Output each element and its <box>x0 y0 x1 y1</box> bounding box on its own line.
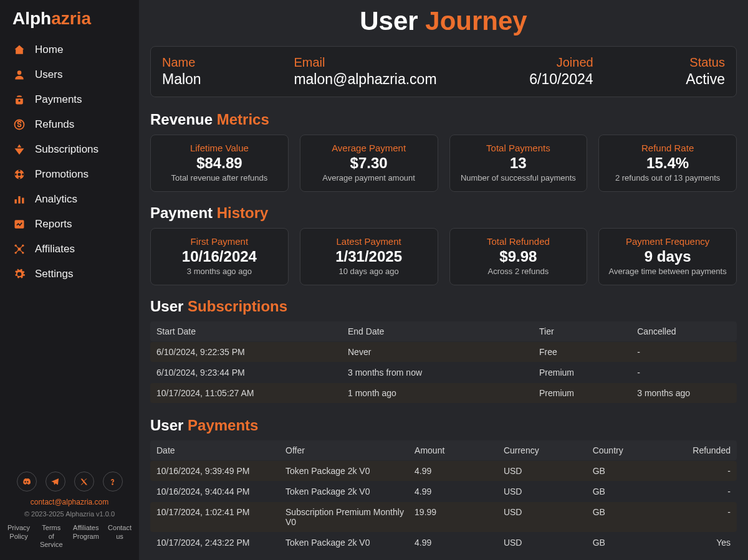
svg-point-3 <box>18 173 21 176</box>
users-icon <box>12 68 26 82</box>
svg-point-4 <box>18 170 20 172</box>
sidebar-item-label: Home <box>35 44 63 56</box>
info-email: Email malon@alphazria.com <box>294 55 436 88</box>
footer-link-affiliates[interactable]: Affiliates Program <box>72 524 99 549</box>
subscriptions-icon <box>12 143 26 156</box>
sidebar-item-label: Settings <box>35 268 73 280</box>
table-row[interactable]: 6/10/2024, 9:23:44 PM3 months from nowPr… <box>150 363 737 382</box>
payments-table: Date Offer Amount Currency Country Refun… <box>150 440 737 553</box>
svg-rect-8 <box>15 199 17 204</box>
sidebar-item-label: Analytics <box>35 193 77 206</box>
footer-link-terms[interactable]: Terms of Service <box>39 524 64 549</box>
svg-rect-9 <box>18 196 20 204</box>
section-user-payments: User Payments <box>150 417 737 434</box>
affiliates-icon <box>12 242 26 256</box>
copyright: © 2023-2025 Alphazria v1.0.0 <box>7 510 132 518</box>
sidebar-item-payments[interactable]: Payments <box>0 87 139 112</box>
sidebar: Alphazria Home Users Payments Refunds Su… <box>0 0 139 560</box>
analytics-icon <box>12 192 26 206</box>
section-user-subscriptions: User Subscriptions <box>150 298 737 315</box>
card-total-payments: Total Payments 13 Number of successful p… <box>449 135 588 192</box>
sidebar-footer: contact@alphazria.com © 2023-2025 Alphaz… <box>0 472 139 554</box>
main-content: User Journey Name Malon Email malon@alph… <box>139 0 748 560</box>
table-row[interactable]: 10/17/2024, 1:02:41 PMSubscription Premi… <box>150 502 737 532</box>
svg-point-7 <box>15 173 17 175</box>
table-row[interactable]: 10/17/2024, 11:05:27 AM1 month agoPremiu… <box>150 383 737 403</box>
section-payment-history: Payment History <box>150 204 737 222</box>
svg-point-17 <box>112 484 113 485</box>
sidebar-item-home[interactable]: Home <box>0 37 139 62</box>
promotions-icon <box>12 168 26 181</box>
sidebar-item-subscriptions[interactable]: Subscriptions <box>0 137 139 162</box>
brand-part1: Alph <box>12 9 51 28</box>
page-title: User Journey <box>150 6 737 36</box>
svg-rect-10 <box>22 198 24 204</box>
card-payment-frequency: Payment Frequency 9 days Average time be… <box>598 228 737 285</box>
brand-part2: azria <box>51 9 91 28</box>
table-row[interactable]: 6/10/2024, 9:22:35 PMNeverFree- <box>150 342 737 362</box>
section-revenue-metrics: Revenue Metrics <box>150 111 737 128</box>
info-status: Status Active <box>686 55 725 88</box>
telegram-icon[interactable] <box>46 472 65 491</box>
brand-logo[interactable]: Alphazria <box>0 9 139 37</box>
card-lifetime-value: Lifetime Value $84.89 Total revenue afte… <box>150 135 289 192</box>
reports-icon <box>12 217 26 231</box>
svg-point-5 <box>22 173 24 175</box>
card-first-payment: First Payment 10/16/2024 3 months ago ag… <box>150 228 289 285</box>
sidebar-item-reports[interactable]: Reports <box>0 212 139 237</box>
svg-point-0 <box>17 70 22 75</box>
sidebar-item-analytics[interactable]: Analytics <box>0 187 139 212</box>
sidebar-item-label: Affiliates <box>35 243 75 255</box>
payments-icon <box>12 93 26 107</box>
x-twitter-icon[interactable] <box>74 472 94 491</box>
sidebar-item-users[interactable]: Users <box>0 62 139 87</box>
sidebar-nav: Home Users Payments Refunds Subscription… <box>0 37 139 472</box>
help-icon[interactable] <box>103 472 123 491</box>
table-header: Date Offer Amount Currency Country Refun… <box>150 440 737 460</box>
contact-email[interactable]: contact@alphazria.com <box>7 498 132 506</box>
card-total-refunded: Total Refunded $9.98 Across 2 refunds <box>449 228 588 285</box>
table-row[interactable]: 10/16/2024, 9:40:44 PMToken Package 2k V… <box>150 482 737 501</box>
gear-icon <box>12 267 26 281</box>
footer-link-contact[interactable]: Contact us <box>108 524 132 549</box>
home-icon <box>12 43 26 57</box>
sidebar-item-refunds[interactable]: Refunds <box>0 112 139 137</box>
sidebar-item-label: Reports <box>35 218 72 230</box>
card-latest-payment: Latest Payment 1/31/2025 10 days ago ago <box>300 228 438 285</box>
discord-icon[interactable] <box>17 472 37 491</box>
svg-point-6 <box>18 177 20 179</box>
card-average-payment: Average Payment $7.30 Average payment am… <box>300 135 438 192</box>
refunds-icon <box>12 118 26 131</box>
sidebar-item-promotions[interactable]: Promotions <box>0 162 139 187</box>
sidebar-item-label: Payments <box>35 93 82 106</box>
subscriptions-table: Start Date End Date Tier Cancelled 6/10/… <box>150 321 737 403</box>
sidebar-item-label: Subscriptions <box>35 143 98 156</box>
sidebar-item-affiliates[interactable]: Affiliates <box>0 237 139 262</box>
user-info-bar: Name Malon Email malon@alphazria.com Joi… <box>150 46 737 97</box>
sidebar-item-label: Promotions <box>35 168 89 181</box>
sidebar-item-settings[interactable]: Settings <box>0 262 139 287</box>
info-name: Name Malon <box>162 55 201 88</box>
sidebar-item-label: Users <box>35 69 62 81</box>
footer-link-privacy[interactable]: Privacy Policy <box>7 524 30 549</box>
table-header: Start Date End Date Tier Cancelled <box>150 321 737 341</box>
card-refund-rate: Refund Rate 15.4% 2 refunds out of 13 pa… <box>598 135 737 192</box>
sidebar-item-label: Refunds <box>35 118 74 131</box>
info-joined: Joined 6/10/2024 <box>529 55 593 88</box>
table-row[interactable]: 10/16/2024, 9:39:49 PMToken Package 2k V… <box>150 461 737 481</box>
table-row[interactable]: 10/17/2024, 2:43:22 PMToken Package 2k V… <box>150 533 737 553</box>
